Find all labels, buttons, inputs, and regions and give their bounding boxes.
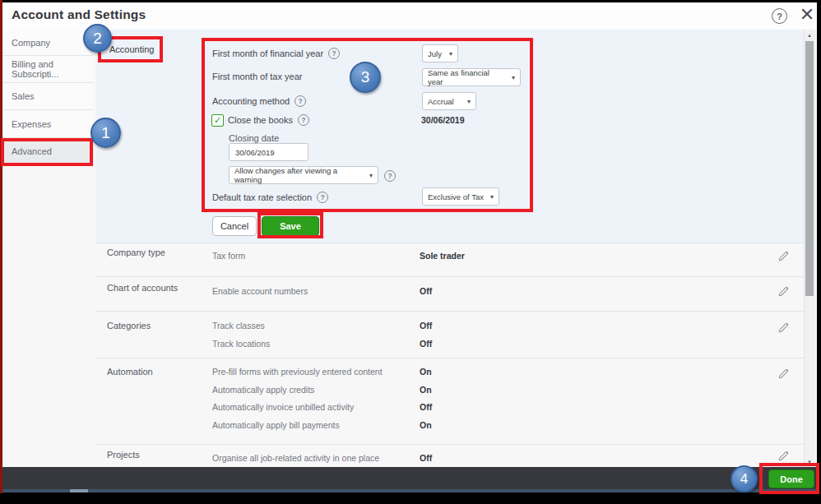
sidebar-item-sales[interactable]: Sales [2, 83, 94, 110]
scroll-up-icon[interactable]: ▲ [804, 30, 815, 40]
chevron-down-icon: ▾ [490, 193, 494, 201]
accounting-method-label: Accounting method ? [212, 95, 306, 107]
edit-pencil-icon[interactable] [777, 321, 790, 334]
help-icon[interactable]: ? [328, 48, 340, 59]
chevron-down-icon: ▾ [467, 98, 471, 105]
check-icon: ✓ [214, 115, 221, 126]
sidebar-item-advanced[interactable]: Advanced [2, 138, 94, 165]
row-projects: Projects Organise all job-related activi… [96, 445, 804, 467]
edit-pencil-icon[interactable] [777, 250, 790, 262]
sidebar-item-billing[interactable]: Billing and Subscripti... [2, 56, 94, 83]
step-badge-3: 3 [350, 62, 381, 93]
horizontal-scrollbar[interactable] [2, 489, 817, 492]
chevron-down-icon: ▾ [449, 50, 452, 58]
save-button[interactable]: Save [262, 216, 319, 236]
chevron-down-icon: ▾ [512, 74, 515, 81]
help-icon[interactable]: ? [298, 114, 309, 126]
edit-pencil-icon[interactable] [777, 285, 790, 298]
edit-pencil-icon[interactable] [777, 368, 790, 380]
help-icon[interactable]: ? [295, 95, 306, 107]
screenshot-canvas: Account and Settings ? ✕ Company Billing… [0, 0, 821, 504]
row-categories: Categories Track classesOff Track locati… [96, 312, 804, 358]
default-tax-rate-select[interactable]: Exclusive of Tax ▾ [422, 187, 499, 206]
financial-year-label: First month of financial year ? [212, 48, 340, 59]
vertical-scrollbar-thumb[interactable] [805, 41, 814, 296]
page-title: Account and Settings [12, 7, 146, 22]
step-badge-1: 1 [90, 118, 121, 148]
done-button[interactable]: Done [768, 469, 814, 488]
closing-date-input[interactable]: 30/06/2019 [229, 143, 308, 161]
horizontal-scrollbar-thumb[interactable] [70, 489, 88, 492]
warning-mode-select[interactable]: Allow changes after viewing a warning ▾ [229, 166, 378, 184]
accounting-section-label: Accounting [109, 44, 154, 54]
accounting-method-select[interactable]: Accrual ▾ [422, 92, 476, 110]
chevron-down-icon: ▾ [369, 172, 373, 179]
help-icon[interactable]: ? [384, 170, 396, 182]
sidebar-item-company[interactable]: Company [2, 30, 94, 56]
closing-date-label: Closing date [229, 133, 279, 143]
cancel-button[interactable]: Cancel [212, 216, 257, 236]
close-books-date-value: 30/06/2019 [421, 115, 465, 125]
default-tax-rate-label: Default tax rate selection ? [212, 192, 328, 203]
row-automation: Automation Pre-fill forms with previousl… [96, 358, 804, 445]
step-badge-2: 2 [83, 24, 112, 53]
row-company-type: Company type Tax formSole trader [96, 243, 804, 277]
close-icon[interactable]: ✕ [796, 4, 818, 25]
close-books-label: Close the books ? [228, 114, 309, 126]
dialog-footer [2, 467, 817, 489]
row-chart-of-accounts: Chart of accounts Enable account numbers… [96, 277, 804, 312]
tax-year-label: First month of tax year [212, 72, 302, 81]
financial-year-select[interactable]: July ▾ [422, 44, 458, 62]
tax-year-select[interactable]: Same as financial year ▾ [422, 68, 521, 86]
help-icon[interactable]: ? [772, 8, 787, 24]
step-badge-4: 4 [731, 465, 758, 492]
help-icon[interactable]: ? [317, 192, 328, 203]
edit-pencil-icon[interactable] [777, 450, 790, 462]
close-books-checkbox[interactable]: ✓ [211, 114, 224, 127]
scroll-down-icon[interactable]: ▼ [804, 456, 815, 467]
sidebar-item-expenses[interactable]: Expenses [2, 110, 94, 138]
